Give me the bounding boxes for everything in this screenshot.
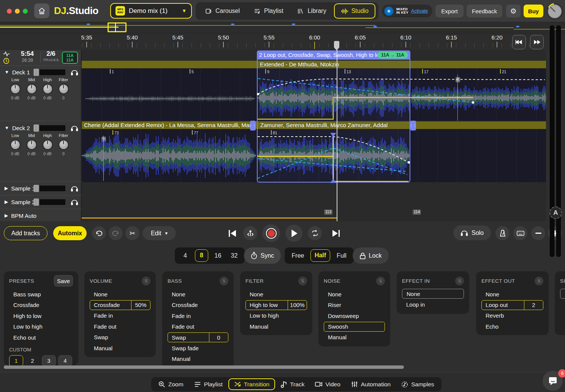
effect-in-option[interactable]: Loop in [402, 299, 464, 310]
tab-studio[interactable]: Studio [334, 3, 375, 19]
keyboard-shortcuts-button[interactable] [513, 226, 527, 240]
export-button[interactable]: Export [435, 5, 464, 17]
playhead-line[interactable] [337, 43, 337, 221]
repeat-button[interactable] [308, 226, 322, 240]
bass-option[interactable]: Swap fade [168, 343, 228, 354]
preset-item[interactable]: Echo out [9, 332, 73, 343]
volume-option[interactable]: Manual [90, 343, 150, 354]
volume-option[interactable]: Fade out [90, 321, 150, 332]
headphones-icon[interactable] [71, 69, 78, 76]
redo-button[interactable] [109, 226, 123, 240]
volume-option[interactable]: Fade in [90, 310, 150, 321]
nav-automation[interactable]: Automation [346, 378, 396, 390]
sync-button[interactable]: Sync [244, 247, 281, 264]
zoom-out-button[interactable] [531, 226, 545, 240]
edit-dropdown[interactable]: Edit▾ [142, 226, 176, 240]
beats-32[interactable]: 32 [226, 252, 242, 259]
headphones-icon[interactable] [71, 185, 78, 192]
metronome-button[interactable] [495, 226, 510, 240]
transition-region[interactable] [257, 50, 410, 183]
noise-option[interactable]: None [324, 289, 385, 300]
bpm-auto-row[interactable]: ▶ BPM Auto [0, 210, 82, 221]
beats-16[interactable]: 16 [210, 252, 226, 259]
deck2-high-knob[interactable] [43, 140, 53, 150]
slider-thumb[interactable] [33, 69, 39, 76]
overview-viewport[interactable] [108, 22, 127, 32]
slider-thumb[interactable] [33, 185, 39, 192]
sample1-volume-slider[interactable] [33, 187, 65, 190]
custom-slot-2[interactable]: 2 [25, 355, 40, 367]
effect-out-option[interactable]: Reverb [481, 310, 543, 321]
feedback-button[interactable]: Feedback [467, 5, 502, 17]
time-ruler[interactable]: 5:35 5:40 5:45 5:50 5:55 6:00 6:05 6:10 … [0, 33, 565, 50]
sample1-row[interactable]: ▶ Sample 1 [0, 183, 82, 194]
automix-logo-badge[interactable]: A [549, 206, 562, 219]
deck2-clip1-title[interactable]: Cherie (Addal Extended Remix) - La Messa… [82, 121, 253, 129]
deck1-low-knob[interactable] [10, 84, 21, 94]
beats-8[interactable]: 8 [195, 249, 208, 262]
deck2-filter-knob[interactable] [59, 140, 69, 150]
cut-button[interactable]: ✂ [125, 226, 139, 240]
clip-drag-handle[interactable]: ⋮⋮ [410, 121, 416, 131]
solo-badge[interactable]: S [376, 277, 385, 285]
noise-option[interactable]: Manual [324, 332, 385, 343]
fast-forward-button[interactable] [530, 35, 544, 49]
mode-free[interactable]: Free [287, 252, 309, 259]
clipped-option[interactable] [560, 289, 565, 299]
bass-option-selected[interactable]: Swap 0 [168, 332, 228, 342]
filter-option-selected[interactable]: High to low 100% [245, 300, 307, 310]
bass-option[interactable]: None [168, 289, 228, 300]
mix-overview-strip[interactable] [0, 22, 565, 33]
nav-transition[interactable]: Transition [228, 378, 275, 390]
effect-out-option[interactable]: None [481, 289, 543, 300]
record-button[interactable] [262, 224, 280, 242]
volume-option-selected[interactable]: Crossfade 50% [90, 300, 150, 310]
beats-4[interactable]: 4 [177, 252, 193, 259]
home-button[interactable] [34, 3, 49, 18]
rewind-button[interactable] [512, 35, 526, 49]
bass-option[interactable]: Fade in [168, 310, 228, 321]
tab-playlist[interactable]: Playlist [247, 3, 290, 19]
clip-drag-handle[interactable]: ⋮⋮ [250, 121, 256, 131]
headphones-icon[interactable] [71, 124, 78, 132]
deck1-mid-knob[interactable] [27, 84, 37, 94]
chevron-right-icon[interactable]: ▶ [5, 199, 8, 205]
noise-option[interactable]: Downsweep [324, 310, 385, 321]
mix-selector[interactable]: MP3WAV Demo mix (1) ▼ [110, 3, 192, 19]
mode-half[interactable]: Half [310, 249, 330, 262]
deck1-volume-slider[interactable] [33, 71, 65, 74]
add-tracks-button[interactable]: Add tracks [4, 226, 47, 240]
mode-full[interactable]: Full [332, 252, 351, 259]
custom-slot-4[interactable]: 4 [58, 355, 72, 367]
solo-badge[interactable]: S [220, 277, 228, 285]
deck2-low-knob[interactable] [10, 140, 21, 150]
undo-button[interactable] [92, 226, 106, 240]
noise-option-selected[interactable]: Swoosh [324, 322, 385, 332]
buy-button[interactable]: Buy [524, 5, 543, 17]
sample2-row[interactable]: ▶ Sample 2 [0, 197, 82, 207]
volume-option[interactable]: Swap [90, 332, 150, 343]
preset-item[interactable]: Low to high [9, 321, 73, 332]
window-minimize-button[interactable] [15, 9, 20, 14]
effect-in-option-selected[interactable]: None [402, 289, 464, 299]
preset-item[interactable]: Crossfade [9, 300, 73, 311]
split-button[interactable] [243, 226, 257, 240]
lock-button[interactable]: Lock [353, 247, 389, 264]
activate-link[interactable]: Activate [411, 8, 428, 14]
preset-item[interactable]: High to low [9, 310, 73, 321]
skip-start-button[interactable] [225, 226, 239, 240]
solo-badge[interactable]: S [298, 277, 307, 285]
solo-badge[interactable]: S [455, 277, 464, 285]
horizontal-scrollbar[interactable] [4, 365, 404, 369]
deck2-mid-knob[interactable] [27, 140, 37, 150]
nav-zoom[interactable]: Zoom [154, 378, 188, 390]
master-volume-knob[interactable] [546, 2, 564, 20]
bass-option[interactable]: Manual [168, 354, 228, 365]
custom-slot-3[interactable]: 3 [42, 355, 56, 367]
nav-track[interactable]: Track [276, 378, 309, 390]
headphones-icon[interactable] [71, 198, 78, 206]
slider-thumb[interactable] [33, 198, 39, 206]
effect-out-option-selected[interactable]: Loop out 2 [481, 300, 543, 310]
slider-thumb[interactable] [33, 124, 39, 132]
deck1-high-knob[interactable] [43, 84, 53, 94]
